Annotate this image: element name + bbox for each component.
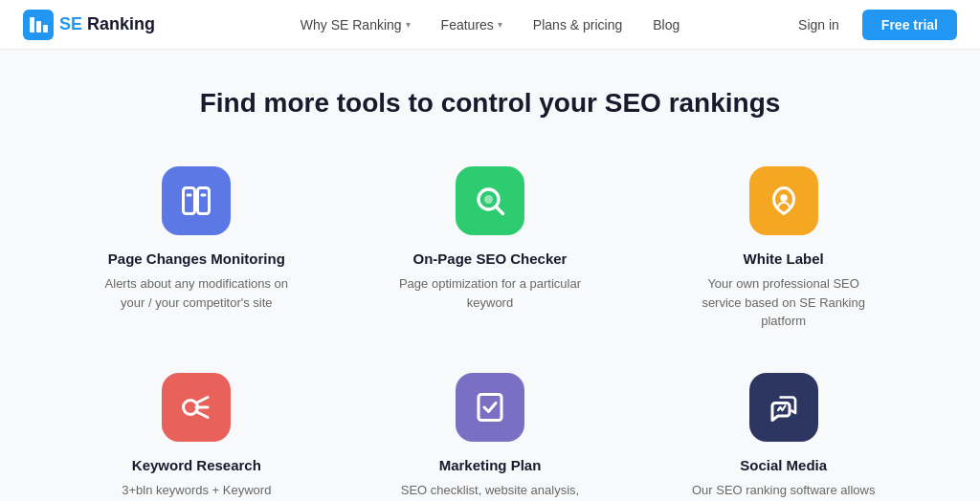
seo-checker-icon-wrapper — [456, 166, 524, 235]
chevron-down-icon: ▾ — [498, 19, 502, 30]
nav-plans-pricing[interactable]: Plans & pricing — [520, 10, 635, 40]
nav-blog[interactable]: Blog — [639, 10, 693, 40]
feature-title-page-changes: Page Changes Monitoring — [108, 250, 285, 267]
seo-checker-icon — [473, 184, 507, 218]
feature-card-keyword-research: Keyword Research 3+bln keywords + Keywor… — [57, 363, 336, 502]
feature-desc-marketing-plan: SEO checklist, website analysis, custom … — [394, 481, 586, 502]
feature-desc-white-label: Your own professional SEO service based … — [688, 274, 880, 331]
feature-title-seo-checker: On-Page SEO Checker — [413, 250, 568, 267]
social-media-icon-wrapper — [749, 373, 818, 442]
feature-title-marketing-plan: Marketing Plan — [439, 457, 542, 473]
marketing-plan-icon — [473, 390, 507, 425]
svg-point-10 — [484, 195, 493, 204]
social-media-icon — [767, 390, 801, 425]
logo-text: SE Ranking — [59, 14, 155, 34]
feature-card-marketing-plan: Marketing Plan SEO checklist, website an… — [351, 363, 630, 502]
svg-line-13 — [196, 397, 208, 403]
svg-point-11 — [780, 194, 788, 202]
logo[interactable]: SE Ranking — [23, 10, 155, 40]
nav-links: Why SE Ranking ▾ Features ▾ Plans & pric… — [193, 10, 787, 40]
svg-rect-5 — [198, 188, 210, 214]
feature-title-social-media: Social Media — [740, 457, 827, 473]
white-label-icon-wrapper — [749, 166, 818, 235]
svg-rect-16 — [479, 394, 501, 420]
nav-actions: Sign in Free trial — [787, 10, 957, 40]
marketing-plan-icon-wrapper — [456, 373, 524, 442]
feature-desc-seo-checker: Page optimization for a particular keywo… — [394, 274, 586, 312]
svg-line-9 — [496, 207, 503, 214]
svg-line-15 — [196, 411, 208, 417]
svg-rect-3 — [43, 25, 48, 33]
features-grid: Page Changes Monitoring Alerts about any… — [57, 157, 923, 501]
svg-rect-2 — [36, 21, 41, 33]
sign-in-button[interactable]: Sign in — [787, 11, 851, 38]
feature-title-keyword-research: Keyword Research — [132, 457, 261, 473]
feature-desc-social-media: Our SEO ranking software allows both ana… — [688, 481, 880, 502]
navbar: SE Ranking Why SE Ranking ▾ Features ▾ P… — [0, 0, 980, 50]
page-changes-icon — [179, 184, 213, 218]
feature-card-social-media: Social Media Our SEO ranking software al… — [644, 363, 923, 502]
chevron-down-icon: ▾ — [406, 19, 411, 30]
feature-title-white-label: White Label — [744, 250, 824, 267]
white-label-icon — [767, 184, 801, 218]
keyword-research-icon — [179, 390, 213, 425]
main-content: Find more tools to control your SEO rank… — [0, 50, 980, 501]
hero-title: Find more tools to control your SEO rank… — [57, 88, 923, 119]
feature-card-seo-checker: On-Page SEO Checker Page optimization fo… — [351, 157, 630, 340]
feature-card-page-changes: Page Changes Monitoring Alerts about any… — [57, 157, 336, 340]
keyword-research-icon-wrapper — [162, 373, 231, 442]
logo-icon — [23, 10, 54, 40]
nav-why-se-ranking[interactable]: Why SE Ranking ▾ — [287, 10, 424, 40]
feature-desc-keyword-research: 3+bln keywords + Keyword research by Goo… — [100, 481, 292, 502]
feature-card-white-label: White Label Your own professional SEO se… — [644, 157, 923, 340]
svg-rect-4 — [184, 188, 195, 214]
page-changes-icon-wrapper — [162, 166, 231, 235]
svg-rect-1 — [30, 17, 34, 33]
nav-features[interactable]: Features ▾ — [428, 10, 516, 40]
free-trial-button[interactable]: Free trial — [862, 10, 957, 40]
feature-desc-page-changes: Alerts about any modifications on your /… — [100, 274, 292, 312]
